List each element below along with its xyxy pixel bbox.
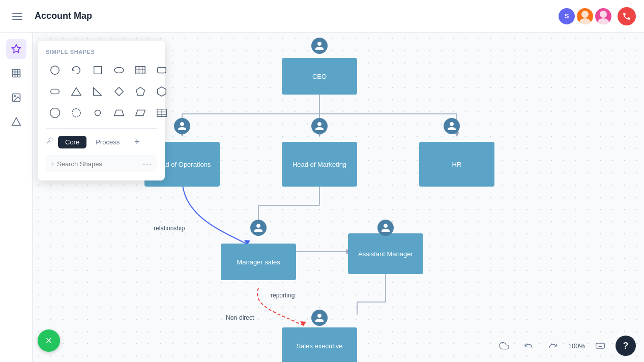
tab-add-button[interactable]: + <box>130 135 144 149</box>
svg-rect-2 <box>12 19 22 20</box>
shape-triangle[interactable] <box>67 82 85 101</box>
person-head-ops <box>174 118 190 133</box>
person-head-mkt <box>311 118 328 133</box>
node-ceo[interactable]: CEO <box>282 58 357 95</box>
search-icon <box>51 160 54 168</box>
cloud-icon[interactable] <box>495 337 513 355</box>
svg-marker-49 <box>50 108 60 117</box>
bottombar: 100% ? <box>495 336 636 356</box>
shape-arc[interactable] <box>67 61 85 79</box>
svg-point-51 <box>95 110 101 116</box>
avatar-p <box>577 8 593 24</box>
svg-marker-48 <box>158 87 166 96</box>
person-ceo <box>311 38 328 46</box>
sidebar-icon-image[interactable] <box>6 87 26 108</box>
more-button[interactable]: ⋯ <box>142 158 152 169</box>
menu-button[interactable] <box>8 7 26 25</box>
avatar-s: S <box>559 8 575 24</box>
svg-point-4 <box>579 18 591 24</box>
person-mgr-sales <box>250 220 267 235</box>
shapes-tabs: Core Process + <box>46 128 157 149</box>
shape-octagon[interactable] <box>46 104 64 122</box>
search-shapes-row: ⋯ <box>46 155 157 172</box>
shape-table[interactable] <box>131 61 150 79</box>
label-non-direct: Non-direct <box>226 314 254 321</box>
svg-marker-46 <box>115 87 124 96</box>
person-asst-mgr <box>377 220 394 228</box>
help-button[interactable]: ? <box>616 336 636 356</box>
label-relationship: relationship <box>154 225 185 232</box>
shape-rounded-soft[interactable] <box>46 82 64 101</box>
shape-oval[interactable] <box>110 61 128 79</box>
svg-rect-8 <box>12 70 20 77</box>
keyboard-icon[interactable] <box>591 337 609 355</box>
svg-marker-44 <box>72 88 81 96</box>
svg-point-50 <box>72 109 81 117</box>
svg-point-14 <box>14 96 15 97</box>
svg-point-6 <box>598 18 609 24</box>
redo-button[interactable] <box>544 337 562 355</box>
shapes-section-title: SIMPLE SHAPES <box>46 49 157 55</box>
app-title: Account Map <box>35 11 92 21</box>
shape-hexagon[interactable] <box>153 82 171 101</box>
undo-button[interactable] <box>519 337 538 355</box>
person-sales-exec <box>311 310 328 325</box>
node-head-mkt[interactable]: Head of Marketing <box>282 142 357 187</box>
shape-circle-sm[interactable] <box>89 104 107 122</box>
svg-rect-35 <box>94 67 102 74</box>
shape-table2[interactable] <box>153 104 171 122</box>
search-shapes-input[interactable] <box>57 160 142 168</box>
svg-rect-43 <box>51 89 60 94</box>
call-button[interactable] <box>618 7 636 25</box>
shape-grid <box>46 61 157 122</box>
topbar: Account Map S <box>0 0 644 33</box>
shape-rounded-rect[interactable] <box>153 61 171 79</box>
svg-rect-59 <box>596 343 605 348</box>
svg-marker-52 <box>114 110 124 116</box>
shape-square[interactable] <box>89 61 107 79</box>
zoom-label: 100% <box>568 342 585 350</box>
shapes-panel: SIMPLE SHAPES <box>38 41 165 180</box>
node-sales-exec[interactable]: Sales executive <box>282 327 357 362</box>
fab-close-button[interactable]: × <box>38 329 60 352</box>
magic-wand-icon <box>46 137 54 147</box>
collab-avatars: S <box>559 7 636 25</box>
svg-rect-37 <box>136 67 145 74</box>
sidebar-icon-frame[interactable] <box>6 63 26 83</box>
svg-point-3 <box>581 11 589 18</box>
left-sidebar <box>0 33 33 362</box>
node-hr[interactable]: HR <box>419 142 494 187</box>
svg-marker-33 <box>300 321 306 326</box>
svg-point-5 <box>600 11 607 18</box>
shape-circle[interactable] <box>46 61 64 79</box>
shape-diamond[interactable] <box>110 82 128 101</box>
svg-marker-47 <box>136 87 145 96</box>
node-asst-mgr[interactable]: Assistant Manager <box>348 233 423 274</box>
sidebar-icon-shapes[interactable] <box>6 112 26 132</box>
shape-parallelogram[interactable] <box>131 104 150 122</box>
svg-marker-45 <box>94 88 102 96</box>
node-mgr-sales[interactable]: Manager sales <box>221 244 296 280</box>
svg-marker-53 <box>136 110 145 116</box>
svg-point-34 <box>51 66 60 75</box>
person-hr <box>444 118 460 133</box>
svg-marker-7 <box>12 45 20 53</box>
shape-pentagon[interactable] <box>131 82 150 101</box>
shape-trapezoid[interactable] <box>110 104 128 122</box>
shape-right-triangle[interactable] <box>89 82 107 101</box>
sidebar-icon-star[interactable] <box>6 39 26 59</box>
avatar-k <box>595 8 611 24</box>
tab-core[interactable]: Core <box>58 136 86 148</box>
tab-process[interactable]: Process <box>89 136 127 148</box>
svg-rect-1 <box>12 16 22 17</box>
svg-rect-42 <box>158 68 166 73</box>
svg-rect-0 <box>12 13 22 14</box>
svg-point-36 <box>114 68 124 73</box>
shape-circle-outline[interactable] <box>67 104 85 122</box>
label-reporting: reporting <box>271 292 295 299</box>
svg-point-58 <box>51 163 53 165</box>
